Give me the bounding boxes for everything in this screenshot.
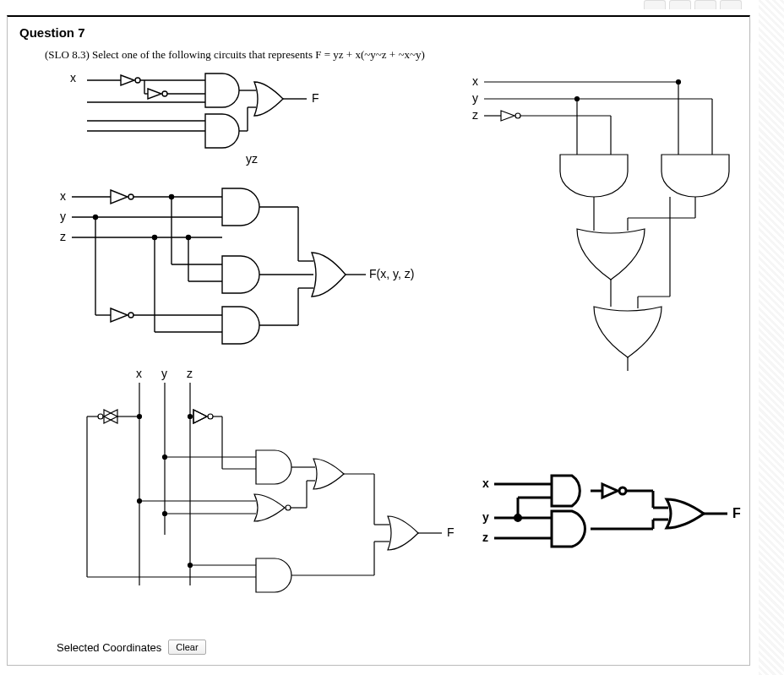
question-number: Question 7 (19, 25, 738, 40)
clear-button[interactable]: Clear (168, 640, 205, 655)
svg-text:x: x (136, 367, 142, 380)
svg-point-35 (187, 236, 191, 240)
svg-text:z: z (482, 531, 488, 544)
svg-point-24 (94, 215, 98, 220)
svg-point-77 (98, 414, 103, 419)
circuit-option-5[interactable]: x y z (467, 467, 746, 560)
svg-text:x: x (472, 74, 478, 88)
svg-point-82 (208, 414, 213, 419)
svg-point-21 (128, 194, 133, 199)
question-prompt: (SLO 8.3) Select one of the following ci… (45, 48, 738, 62)
svg-point-76 (138, 415, 142, 419)
circuits-area[interactable]: x (19, 70, 738, 628)
mid-yz-label: yz (246, 152, 258, 166)
input-x-label: x (70, 71, 76, 84)
svg-text:F(x, y, z): F(x, y, z) (369, 267, 414, 280)
svg-text:y: y (472, 91, 478, 105)
circuit-option-1[interactable]: x (53, 70, 332, 171)
circuit-option-4[interactable]: x y z (70, 366, 467, 611)
svg-text:F: F (447, 525, 455, 539)
svg-point-26 (128, 313, 133, 318)
question-panel: Question 7 (SLO 8.3) Select one of the f… (7, 15, 750, 666)
svg-point-32 (170, 195, 174, 199)
svg-text:x: x (60, 189, 66, 203)
svg-text:x: x (482, 476, 489, 490)
svg-text:z: z (187, 367, 193, 380)
selected-coordinates-label: Selected Coordinates (57, 641, 161, 654)
svg-text:y: y (482, 510, 489, 524)
svg-point-59 (575, 97, 580, 101)
svg-text:F: F (732, 506, 741, 520)
svg-text:y: y (161, 367, 167, 380)
svg-point-94 (286, 505, 291, 510)
svg-point-29 (153, 236, 157, 240)
svg-text:z: z (472, 108, 478, 122)
svg-point-52 (515, 113, 520, 118)
svg-text:z: z (60, 230, 66, 243)
svg-point-81 (188, 415, 193, 419)
right-texture (759, 0, 784, 675)
circuit-option-2[interactable]: x y z (45, 180, 416, 357)
output-f-label: F (312, 91, 319, 105)
circuit-option-3[interactable]: x y z (459, 70, 738, 374)
svg-point-117 (619, 487, 626, 494)
svg-text:y: y (60, 210, 66, 223)
tab-stubs (644, 0, 742, 9)
footer-row: Selected Coordinates Clear (57, 640, 206, 655)
